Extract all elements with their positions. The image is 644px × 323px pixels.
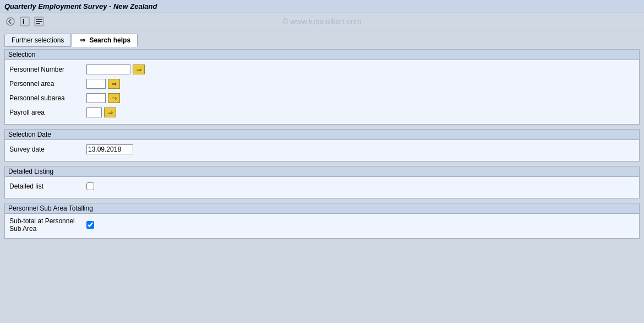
personnel-number-arrow[interactable] (133, 64, 145, 74)
toolbar: i © www.tutorialkart.com (0, 13, 644, 30)
personnel-subarea-label: Personnel subarea (9, 94, 86, 102)
personnel-number-label: Personnel Number (9, 66, 86, 73)
detailed-list-label: Detailed list (9, 182, 86, 190)
personnel-sub-area-section: Personnel Sub Area Totalling Sub-total a… (4, 203, 640, 239)
personnel-number-row: Personnel Number (9, 63, 635, 76)
selection-date-section-header: Selection Date (5, 130, 639, 140)
payroll-area-input[interactable] (86, 107, 102, 117)
personnel-number-input[interactable] (86, 64, 130, 74)
title-bar: Quarterly Employment Survey - New Zealan… (0, 0, 644, 13)
svg-rect-5 (36, 21, 42, 22)
selection-section-body: Personnel Number Personnel area Personne… (5, 60, 639, 124)
personnel-area-label: Personnel area (9, 80, 86, 88)
sub-total-label: Sub-total at Personnel Sub Area (9, 217, 86, 233)
detailed-listing-section: Detailed Listing Detailed list (4, 166, 640, 198)
page-title: Quarterly Employment Survey - New Zealan… (4, 2, 157, 10)
layout-icon[interactable] (33, 15, 45, 28)
tab-arrow-icon: ⇒ (78, 36, 87, 44)
detailed-listing-section-body: Detailed list (5, 177, 639, 198)
selection-section-header: Selection (5, 50, 639, 60)
personnel-area-input[interactable] (86, 79, 106, 89)
selection-date-section-body: Survey date (5, 140, 639, 161)
personnel-sub-area-section-body: Sub-total at Personnel Sub Area (5, 214, 639, 238)
sub-total-row: Sub-total at Personnel Sub Area (9, 217, 635, 233)
payroll-area-arrow[interactable] (104, 107, 116, 117)
detailed-list-checkbox[interactable] (86, 182, 94, 190)
payroll-area-row: Payroll area (9, 106, 635, 119)
detailed-list-row: Detailed list (9, 180, 635, 192)
selection-date-section: Selection Date Survey date (4, 129, 640, 162)
svg-rect-1 (20, 17, 29, 26)
survey-date-label: Survey date (9, 146, 86, 153)
personnel-subarea-input[interactable] (86, 93, 106, 103)
tab-further-selections[interactable]: Further selections (4, 34, 71, 47)
personnel-subarea-row: Personnel subarea (9, 92, 635, 104)
svg-point-0 (7, 18, 14, 25)
personnel-subarea-arrow[interactable] (108, 93, 120, 103)
tab-bar: Further selections ⇒ Search helps (0, 30, 644, 47)
watermark: © www.tutorialkart.com (282, 17, 361, 26)
selection-section: Selection Personnel Number Personnel are… (4, 49, 640, 125)
personnel-sub-area-section-header: Personnel Sub Area Totalling (5, 203, 639, 214)
personnel-area-arrow[interactable] (108, 79, 120, 89)
main-content: Selection Personnel Number Personnel are… (0, 47, 644, 247)
svg-text:i: i (23, 18, 24, 25)
svg-rect-4 (36, 19, 42, 20)
survey-date-input[interactable] (86, 144, 133, 154)
info-icon[interactable]: i (19, 15, 31, 28)
survey-date-row: Survey date (9, 143, 635, 155)
tab-further-selections-label: Further selections (12, 36, 64, 44)
tab-search-helps-label: Search helps (89, 36, 130, 44)
detailed-listing-section-header: Detailed Listing (5, 166, 639, 177)
personnel-area-row: Personnel area (9, 78, 635, 90)
svg-rect-6 (36, 23, 40, 24)
payroll-area-label: Payroll area (9, 109, 86, 116)
tab-search-helps[interactable]: ⇒ Search helps (71, 34, 138, 47)
sub-total-checkbox[interactable] (86, 221, 94, 229)
back-icon[interactable] (4, 15, 17, 28)
